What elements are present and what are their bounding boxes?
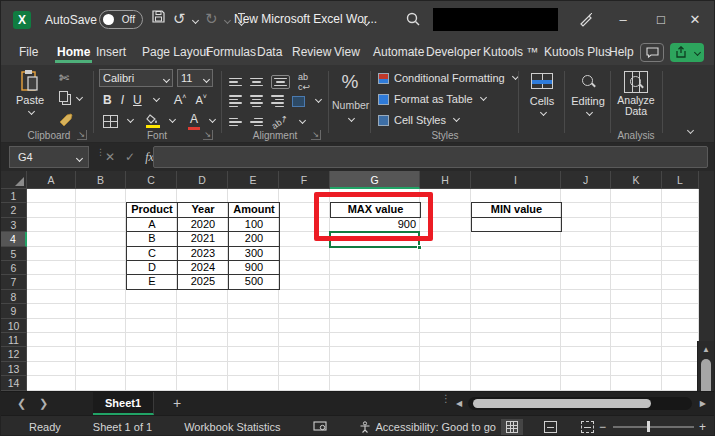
column-header-D[interactable]: D (177, 171, 228, 189)
cell-C7[interactable]: E (126, 274, 178, 289)
fill-handle[interactable] (417, 245, 422, 250)
cell-E2[interactable]: Amount (228, 202, 280, 217)
view-page-break-button[interactable] (576, 419, 598, 435)
gridline-h (27, 318, 699, 319)
status-ready: Ready (29, 421, 61, 433)
cell-C5[interactable]: C (126, 246, 178, 261)
gridline-h (27, 332, 699, 333)
horizontal-scrollbar[interactable]: ◀ ▶ (456, 396, 706, 411)
column-header-K[interactable]: K (611, 171, 662, 189)
zoom-slider-thumb[interactable] (647, 421, 650, 432)
zoom-out-button[interactable]: − (599, 420, 606, 434)
cell-E3[interactable]: 100 (228, 217, 280, 232)
sheet-tab-bar: ❮ ❯ Sheet1 + ⋮ ◀ ▶ (1, 391, 714, 415)
gridline-h (27, 303, 699, 304)
row-header-12[interactable]: 12 (1, 347, 27, 361)
row-header-7[interactable]: 7 (1, 275, 27, 289)
zoom-slider-track[interactable] (613, 426, 694, 428)
cell-C3[interactable]: A (126, 217, 178, 232)
cell-D7[interactable]: 2025 (177, 274, 229, 289)
row-header-10[interactable]: 10 (1, 319, 27, 333)
sheet-tab-sheet1[interactable]: Sheet1 (93, 392, 154, 415)
gridline-h (27, 375, 699, 376)
view-page-layout-button[interactable] (539, 419, 561, 435)
gridline-h (27, 361, 699, 362)
cell-E5[interactable]: 300 (228, 246, 280, 261)
cell-D2[interactable]: Year (177, 202, 229, 217)
column-header-G[interactable]: G (330, 171, 420, 189)
add-sheet-button[interactable]: + (173, 395, 181, 411)
accessibility-label: Accessibility: Good to go (376, 421, 496, 433)
row-header-2[interactable]: 2 (1, 203, 27, 217)
status-sheet-count: Sheet 1 of 1 (93, 421, 152, 433)
accessibility-status[interactable]: Accessibility: Good to go (359, 421, 496, 433)
select-all-corner[interactable] (1, 171, 27, 189)
cell-E4[interactable]: 200 (228, 231, 280, 246)
row-header-6[interactable]: 6 (1, 261, 27, 275)
row-header-9[interactable]: 9 (1, 304, 27, 318)
row-header-13[interactable]: 13 (1, 362, 27, 376)
gridline-h (27, 346, 699, 347)
column-header-L[interactable]: L (662, 171, 699, 189)
zoom-in-button[interactable]: + (699, 420, 706, 434)
cell-E6[interactable]: 900 (228, 260, 280, 275)
row-header-5[interactable]: 5 (1, 247, 27, 261)
column-header-B[interactable]: B (76, 171, 126, 189)
column-header-I[interactable]: I (471, 171, 561, 189)
cell-D5[interactable]: 2023 (177, 246, 229, 261)
column-header-A[interactable]: A (27, 171, 76, 189)
cell-E7[interactable]: 500 (228, 274, 280, 289)
row-header-14[interactable]: 14 (1, 376, 27, 390)
prev-sheet-icon[interactable]: ❮ (17, 397, 26, 410)
row-header-1[interactable]: 1 (1, 189, 27, 203)
row-header-4[interactable]: 4 (1, 232, 27, 246)
display-settings-icon[interactable] (313, 421, 327, 433)
scroll-right-icon[interactable]: ▶ (700, 399, 706, 408)
column-header-E[interactable]: E (228, 171, 279, 189)
cell-C2[interactable]: Product (126, 202, 178, 217)
excel-window: X AutoSave Off ↺ ↻ New Microsoft Excel W… (0, 0, 715, 436)
cell-D3[interactable]: 2020 (177, 217, 229, 232)
row-header-3[interactable]: 3 (1, 218, 27, 232)
annotation-red-box (314, 192, 433, 241)
next-sheet-icon[interactable]: ❯ (39, 397, 48, 410)
cell-I3[interactable] (471, 217, 562, 232)
sheet-zone: ABCDEFGHIJKL1234567891011121314ProductYe… (1, 171, 714, 391)
workbook-statistics-button[interactable]: Workbook Statistics (184, 421, 280, 433)
row-header-11[interactable]: 11 (1, 333, 27, 347)
cell-C6[interactable]: D (126, 260, 178, 275)
accessibility-icon (359, 421, 371, 433)
row-header-8[interactable]: 8 (1, 290, 27, 304)
tabbar-grip[interactable]: ⋮ (441, 396, 451, 401)
cell-I2[interactable]: MIN value (471, 202, 562, 217)
cell-C4[interactable]: B (126, 231, 178, 246)
horizontal-scroll-thumb[interactable] (473, 399, 651, 408)
column-header-J[interactable]: J (561, 171, 611, 189)
scroll-up-icon[interactable]: ▲ (698, 345, 714, 354)
status-bar: Ready Sheet 1 of 1 Workbook Statistics A… (1, 415, 714, 436)
cell-D4[interactable]: 2021 (177, 231, 229, 246)
column-header-F[interactable]: F (279, 171, 330, 189)
view-normal-button[interactable] (501, 419, 523, 435)
column-header-C[interactable]: C (126, 171, 177, 189)
cell-D6[interactable]: 2024 (177, 260, 229, 275)
column-header-H[interactable]: H (420, 171, 471, 189)
scroll-left-icon[interactable]: ◀ (456, 399, 462, 408)
